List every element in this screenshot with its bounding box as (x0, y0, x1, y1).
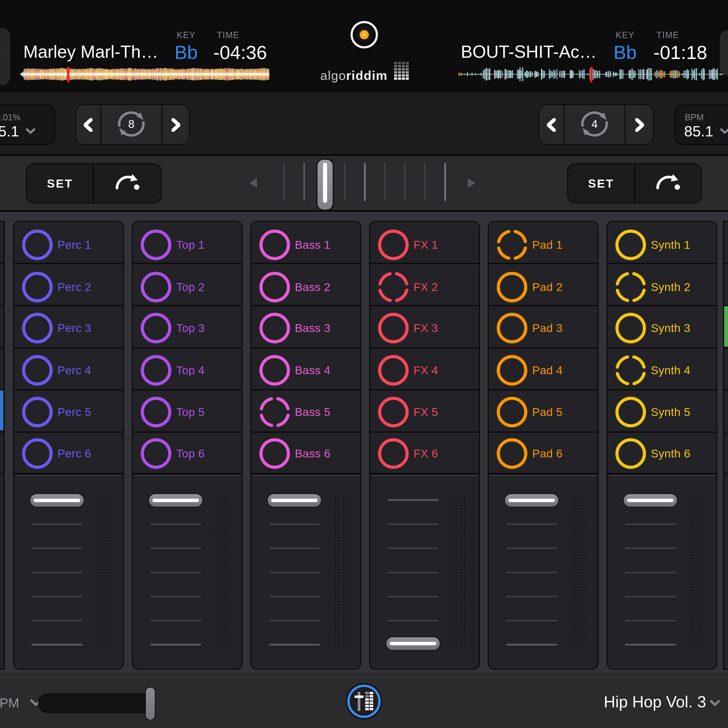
svg-text:8: 8 (128, 118, 135, 130)
svg-text:4: 4 (591, 118, 598, 130)
